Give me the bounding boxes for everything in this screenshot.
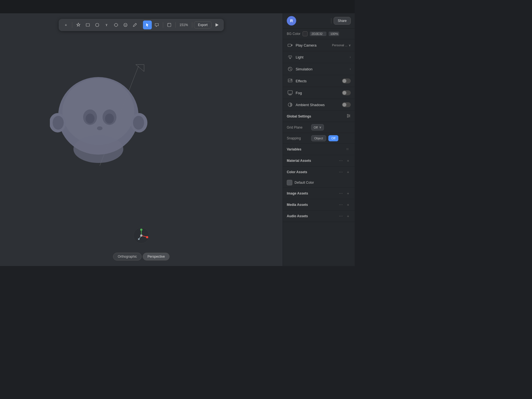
text-tool[interactable]: T xyxy=(102,21,111,29)
svg-point-47 xyxy=(347,116,348,117)
toolbar: + T xyxy=(59,19,224,31)
svg-point-30 xyxy=(146,236,148,238)
image-assets-add[interactable]: + xyxy=(345,191,351,196)
default-color-item[interactable]: Default Color xyxy=(283,178,355,188)
global-settings-section: Global Settings xyxy=(283,111,355,122)
audio-assets-header[interactable]: Audio Assets ⋯ + xyxy=(283,211,355,222)
add-button[interactable]: + xyxy=(62,21,70,29)
snapping-off-button[interactable]: Off xyxy=(328,135,338,141)
select-tool[interactable] xyxy=(74,21,83,29)
effects-label: Effects xyxy=(296,79,340,83)
variables-dots-icon[interactable] xyxy=(345,147,351,152)
view-buttons: Orthographic Perspective xyxy=(113,253,170,260)
rect-tool[interactable] xyxy=(83,21,92,29)
panel-header: R Share xyxy=(283,13,355,29)
toolbar-divider-4 xyxy=(175,22,176,28)
svg-rect-34 xyxy=(288,44,291,47)
material-assets-header[interactable]: Material Assets ⋯ + xyxy=(283,155,355,166)
perspective-button[interactable]: Perspective xyxy=(143,253,170,260)
snapping-object-button[interactable]: Object xyxy=(311,135,326,141)
bg-hex-value[interactable]: 2D2E32 xyxy=(310,32,326,36)
effects-toggle[interactable] xyxy=(342,78,351,83)
color-assets-add[interactable]: + xyxy=(345,169,351,175)
effects-row[interactable]: Effects xyxy=(283,75,355,87)
comment-tool[interactable] xyxy=(152,21,161,29)
cursor-tool[interactable] xyxy=(143,21,152,29)
material-assets-add[interactable]: + xyxy=(345,158,351,163)
play-button[interactable] xyxy=(212,21,221,29)
fog-toggle[interactable] xyxy=(342,90,351,95)
emoji-tool[interactable] xyxy=(121,21,130,29)
3d-character xyxy=(50,63,172,180)
variables-section: Variables xyxy=(283,144,355,155)
material-assets-ellipsis[interactable]: ⋯ xyxy=(338,158,344,163)
svg-point-24 xyxy=(133,116,144,130)
variables-header[interactable]: Variables xyxy=(283,144,355,155)
svg-point-45 xyxy=(347,114,348,115)
share-button[interactable]: Share xyxy=(334,17,351,25)
fog-row[interactable]: Fog xyxy=(283,87,355,99)
audio-assets-ellipsis[interactable]: ⋯ xyxy=(338,213,344,219)
svg-point-15 xyxy=(62,78,134,145)
toolbar-divider-5 xyxy=(192,22,192,28)
media-assets-ellipsis[interactable]: ⋯ xyxy=(338,202,344,208)
ambient-shadows-label: Ambient Shadows xyxy=(296,103,340,107)
color-assets-header[interactable]: Color Assets ⋯ + xyxy=(283,167,355,178)
svg-point-35 xyxy=(289,56,291,58)
light-icon xyxy=(287,54,293,60)
top-bar xyxy=(0,0,355,13)
frame-tool[interactable] xyxy=(165,21,174,29)
axis-gizmo xyxy=(133,227,150,244)
avatar[interactable]: R xyxy=(287,16,296,25)
media-assets-section: Media Assets ⋯ + xyxy=(283,199,355,211)
media-assets-header[interactable]: Media Assets ⋯ + xyxy=(283,199,355,210)
audio-assets-title: Audio Assets xyxy=(287,214,308,218)
fog-icon xyxy=(287,89,293,96)
bg-opacity-value[interactable]: 100% xyxy=(329,32,339,36)
light-row[interactable]: Light › xyxy=(283,51,355,63)
color-assets-ellipsis[interactable]: ⋯ xyxy=(338,169,344,175)
default-color-swatch xyxy=(287,180,292,185)
material-assets-actions: ⋯ + xyxy=(338,158,351,163)
audio-assets-actions: ⋯ + xyxy=(338,213,351,219)
svg-point-19 xyxy=(105,114,114,124)
zoom-level: 151% xyxy=(177,23,190,27)
right-panel: R Share BG Color 2D2E32 100% Play Camera… xyxy=(283,13,355,266)
main-layout: + T xyxy=(0,13,355,266)
svg-point-49 xyxy=(348,148,348,149)
variables-actions xyxy=(345,147,351,152)
ambient-shadows-toggle[interactable] xyxy=(342,102,351,107)
media-assets-actions: ⋯ + xyxy=(338,202,351,208)
svg-marker-3 xyxy=(114,23,118,27)
simulation-icon xyxy=(287,66,293,72)
image-assets-title: Image Assets xyxy=(287,191,308,195)
export-button[interactable]: Export xyxy=(194,21,212,29)
play-camera-row[interactable]: Play Camera Personal ... ∨ xyxy=(283,39,355,51)
simulation-row[interactable]: Simulation › xyxy=(283,63,355,75)
play-camera-dropdown[interactable]: Personal ... ∨ xyxy=(332,44,351,47)
svg-point-28 xyxy=(140,229,142,231)
svg-point-6 xyxy=(126,24,126,25)
svg-rect-0 xyxy=(86,24,89,26)
global-settings-icon[interactable] xyxy=(346,114,351,119)
media-assets-add[interactable]: + xyxy=(345,202,351,208)
circle-tool[interactable] xyxy=(93,21,102,29)
svg-point-50 xyxy=(347,149,347,150)
audio-assets-add[interactable]: + xyxy=(345,213,351,219)
pen-tool[interactable] xyxy=(131,21,139,29)
toolbar-divider-2 xyxy=(141,22,141,28)
orthographic-button[interactable]: Orthographic xyxy=(113,253,142,260)
simulation-label: Simulation xyxy=(296,67,347,71)
audio-assets-section: Audio Assets ⋯ + xyxy=(283,211,355,222)
ambient-shadows-row[interactable]: Ambient Shadows xyxy=(283,99,355,111)
svg-point-46 xyxy=(349,115,350,116)
image-assets-ellipsis[interactable]: ⋯ xyxy=(338,191,344,196)
svg-rect-40 xyxy=(288,91,292,94)
bg-color-swatch[interactable] xyxy=(303,31,308,36)
color-assets-title: Color Assets xyxy=(287,170,307,174)
svg-point-32 xyxy=(138,238,140,240)
ambient-shadows-icon xyxy=(287,101,293,108)
shape-tool[interactable] xyxy=(112,21,121,29)
grid-plane-dropdown[interactable]: Off ∨ xyxy=(311,124,324,131)
image-assets-header[interactable]: Image Assets ⋯ + xyxy=(283,188,355,199)
